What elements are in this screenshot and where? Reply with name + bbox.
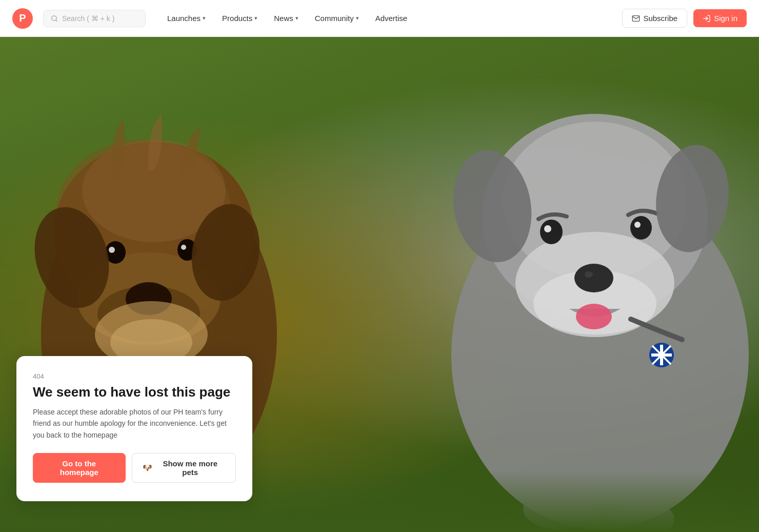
error-card: 404 We seem to have lost this page Pleas… [16,356,252,501]
community-chevron: ▾ [356,15,359,22]
svg-line-38 [56,19,57,21]
svg-point-26 [634,222,641,228]
svg-point-23 [540,220,563,244]
email-icon [632,14,640,23]
search-icon [51,15,58,22]
products-chevron: ▾ [254,15,257,22]
right-dog-illustration [354,37,759,532]
pets-emoji: 🐶 [143,463,152,472]
error-description: Please accept these adorable photos of o… [33,406,236,441]
logo-letter: P [19,12,26,24]
error-title: We seem to have lost this page [33,384,236,400]
signin-icon [703,14,711,23]
search-placeholder: Search ( ⌘ + k ) [62,14,114,23]
search-bar[interactable]: Search ( ⌘ + k ) [43,10,146,27]
svg-point-29 [576,304,612,329]
subscribe-button[interactable]: Subscribe [622,9,687,28]
nav-item-community[interactable]: Community ▾ [308,10,366,27]
nav-item-advertise[interactable]: Advertise [368,10,415,27]
news-chevron: ▾ [295,15,298,22]
signin-button[interactable]: Sign in [693,9,747,27]
nav-links: Launches ▾ Products ▾ News ▾ Community ▾… [160,10,414,27]
svg-point-22 [585,271,593,278]
svg-point-24 [630,216,652,240]
nav-item-news[interactable]: News ▾ [267,10,306,27]
svg-point-21 [574,264,613,292]
svg-point-25 [544,225,551,232]
nav-item-launches[interactable]: Launches ▾ [160,10,213,27]
go-to-homepage-button[interactable]: Go to the homepage [33,453,126,483]
svg-point-11 [181,245,186,250]
signin-label: Sign in [714,14,737,23]
card-actions: Go to the homepage 🐶 Show me more pets [33,453,236,483]
svg-point-10 [109,247,115,253]
show-more-pets-button[interactable]: 🐶 Show me more pets [132,453,236,483]
nav-item-products[interactable]: Products ▾ [215,10,265,27]
show-more-pets-label: Show me more pets [155,459,226,477]
launches-chevron: ▾ [203,15,206,22]
logo[interactable]: P [12,8,33,29]
error-code: 404 [33,372,236,380]
navbar: P Search ( ⌘ + k ) Launches ▾ Products ▾… [0,0,759,37]
subscribe-label: Subscribe [643,14,677,23]
